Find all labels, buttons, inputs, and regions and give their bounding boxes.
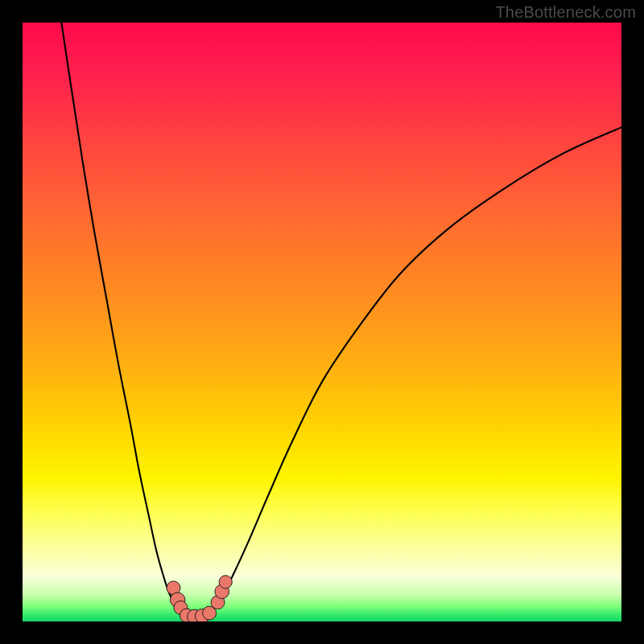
curve-layer [23, 23, 621, 621]
left-curve [61, 23, 178, 611]
marker-bead [219, 576, 232, 588]
marker-group [167, 576, 232, 621]
chart-frame: TheBottleneck.com [0, 0, 644, 644]
right-curve [214, 127, 621, 608]
plot-area [23, 23, 621, 621]
watermark-text: TheBottleneck.com [495, 3, 636, 22]
